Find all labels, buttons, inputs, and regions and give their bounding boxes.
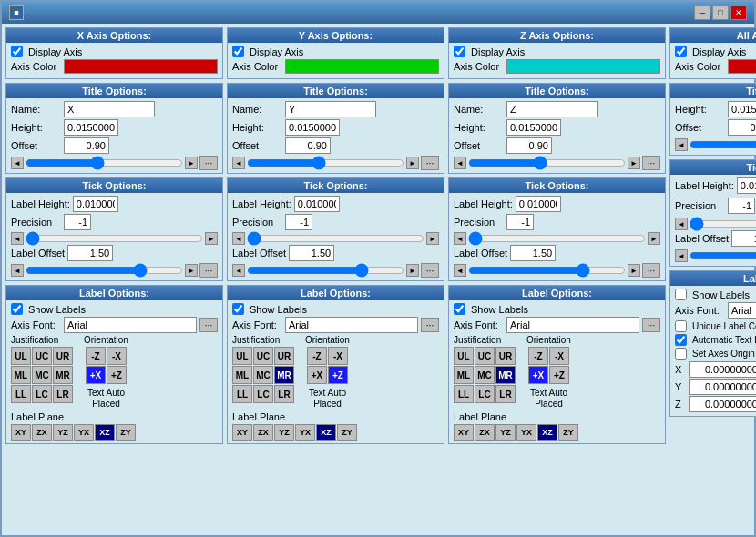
lp-zx-y[interactable]: ZX [253,424,273,441]
label-offset-right-y[interactable]: ► [406,264,419,277]
label-offset-left-z[interactable]: ◄ [454,264,466,277]
precision-input-y[interactable] [285,214,312,230]
minimize-button[interactable]: ─ [694,5,710,20]
height-input-all[interactable] [728,101,756,117]
just-btn-UC-z[interactable]: UC [475,347,495,365]
just-btn-UL-x[interactable]: UL [11,347,31,365]
just-btn-ML-z[interactable]: ML [454,366,474,384]
y-coord-input[interactable] [689,379,756,395]
name-input-y[interactable] [285,101,376,117]
offset-right-arrow-x[interactable]: ► [185,157,198,169]
name-input-x[interactable] [64,101,155,117]
font-dots-y[interactable]: ··· [421,318,439,332]
x-coord-input[interactable] [689,361,756,378]
axis-color-box-z[interactable] [506,59,660,74]
label-offset-slider-all[interactable] [690,249,756,262]
lp-zx-z[interactable]: ZX [475,424,495,441]
offset-input-z[interactable] [506,137,552,154]
precision-right-arrow-x[interactable]: ► [205,232,218,245]
font-input-all[interactable] [728,302,756,319]
just-btn-ML-x[interactable]: ML [11,366,31,384]
just-btn-LR-z[interactable]: LR [495,385,516,403]
label-offset-slider-z[interactable] [468,264,626,277]
just-btn-UR-x[interactable]: UR [53,347,73,365]
lp-yx-x[interactable]: YX [74,424,94,441]
lp-zx-x[interactable]: ZX [32,424,52,441]
just-btn-LC-y[interactable]: LC [253,385,273,403]
precision-left-arrow-x[interactable]: ◄ [11,232,24,245]
lp-yx-z[interactable]: YX [516,424,536,441]
font-input-x[interactable] [64,317,197,333]
name-input-z[interactable] [506,101,598,117]
precision-slider-y[interactable] [247,232,424,245]
just-btn-MR-y[interactable]: MR [274,366,294,384]
close-button[interactable]: ✕ [730,5,747,20]
offset-slider-z[interactable] [468,157,626,169]
just-btn-UC-x[interactable]: UC [32,347,52,365]
orient-x-neg-x[interactable]: -X [107,347,127,365]
precision-right-arrow-z[interactable]: ► [648,232,660,245]
just-btn-LL-y[interactable]: LL [232,385,252,403]
precision-input-x[interactable] [64,214,91,230]
label-offset-slider-y[interactable] [247,264,404,277]
offset-dots-y[interactable]: ··· [421,156,439,170]
show-labels-checkbox-z[interactable] [454,303,465,315]
label-offset-dots-x[interactable]: ··· [199,263,218,278]
font-input-z[interactable] [506,317,639,333]
just-btn-MR-z[interactable]: MR [495,366,516,384]
maximize-button[interactable]: □ [712,5,729,20]
just-btn-LL-z[interactable]: LL [454,385,474,403]
orient-x-pos-z[interactable]: +X [528,366,548,384]
lp-xz-z[interactable]: XZ [537,424,557,441]
orient-z-neg-z[interactable]: -Z [528,347,548,365]
lp-yz-x[interactable]: YZ [53,424,73,441]
lp-xy-x[interactable]: XY [11,424,31,441]
orient-x-pos-x[interactable]: +X [86,366,106,384]
label-offset-input-y[interactable] [289,245,334,261]
lp-zy-z[interactable]: ZY [558,424,578,441]
just-btn-UR-z[interactable]: UR [495,347,516,365]
label-height-input-x[interactable] [73,196,118,212]
unique-label-checkbox[interactable] [675,320,687,332]
just-btn-LL-x[interactable]: LL [11,385,31,403]
just-btn-ML-y[interactable]: ML [232,366,252,384]
precision-left-arrow-all[interactable]: ◄ [675,218,688,230]
offset-input-x[interactable] [64,137,109,154]
z-coord-input[interactable] [689,396,756,412]
offset-slider-y[interactable] [247,157,404,169]
precision-left-arrow-z[interactable]: ◄ [454,232,466,245]
font-dots-x[interactable]: ··· [199,318,218,332]
just-btn-UR-y[interactable]: UR [274,347,294,365]
offset-right-arrow-y[interactable]: ► [406,157,419,169]
label-height-input-all[interactable] [737,177,756,194]
lp-xy-z[interactable]: XY [454,424,474,441]
offset-left-arrow-x[interactable]: ◄ [11,157,24,169]
show-labels-checkbox-x[interactable] [11,303,23,315]
lp-yz-y[interactable]: YZ [274,424,294,441]
label-height-input-y[interactable] [294,196,340,212]
label-offset-right-z[interactable]: ► [628,264,640,277]
precision-input-z[interactable] [506,214,534,230]
orient-z-neg-y[interactable]: -Z [307,347,327,365]
lp-zy-y[interactable]: ZY [337,424,357,441]
auto-text-checkbox[interactable] [675,334,687,346]
label-offset-right-x[interactable]: ► [185,264,198,277]
just-btn-LC-z[interactable]: LC [475,385,495,403]
label-offset-left-y[interactable]: ◄ [232,264,245,277]
precision-input-all[interactable] [728,198,755,214]
just-btn-MC-x[interactable]: MC [32,366,52,384]
height-input-z[interactable] [506,119,561,136]
just-btn-LR-y[interactable]: LR [274,385,294,403]
show-labels-checkbox-y[interactable] [232,303,244,315]
height-input-y[interactable] [285,119,340,136]
offset-right-arrow-z[interactable]: ► [628,157,640,169]
precision-slider-x[interactable] [26,232,203,245]
label-offset-dots-z[interactable]: ··· [642,263,660,278]
label-offset-slider-x[interactable] [26,264,183,277]
lp-xz-y[interactable]: XZ [316,424,336,441]
lp-zy-x[interactable]: ZY [116,424,136,441]
lp-yx-y[interactable]: YX [295,424,315,441]
axis-color-box-all[interactable] [728,59,756,74]
just-btn-MR-x[interactable]: MR [53,366,73,384]
display-axis-checkbox-y[interactable] [232,46,244,57]
